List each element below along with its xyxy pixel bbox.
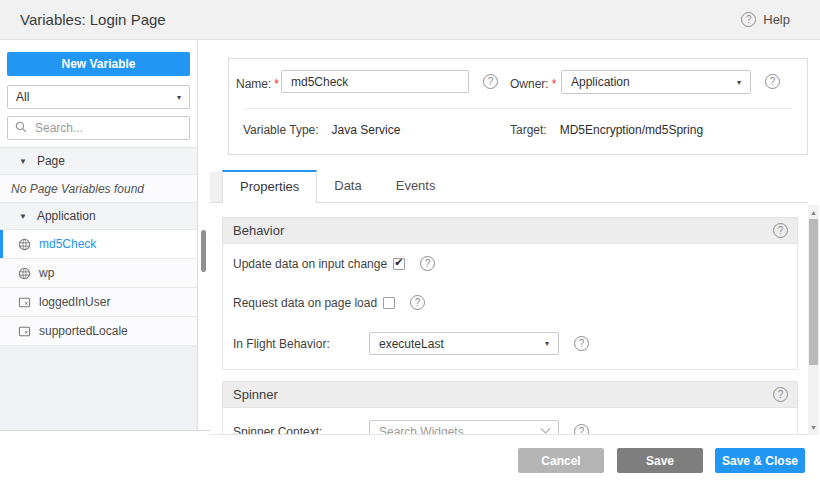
search-icon [15,119,27,137]
spinner-context-row: Spinner Context: Search Widgets [233,420,797,435]
in-flight-label: In Flight Behavior: [233,337,369,351]
content-scrollbar-thumb[interactable] [809,219,818,365]
update-data-row: Update data on input change [233,256,797,271]
dialog-header: Variables: Login Page Help [0,0,820,40]
tab-data[interactable]: Data [317,170,378,202]
caret-down-icon [545,339,549,348]
spinner-section-header: Spinner [222,381,798,408]
owner-help-icon[interactable] [765,74,780,89]
request-data-label: Request data on page load [233,296,377,310]
editor-tabbar: Properties Data Events [210,171,808,203]
tree-item-label: wp [39,266,54,280]
page-title: Variables: Login Page [20,0,166,39]
properties-tab-content: Behavior Update data on input change Req… [210,203,808,435]
tab-properties[interactable]: Properties [222,170,317,203]
spinner-section: Spinner Spinner Context: Search Widgets [222,381,798,435]
sidebar-scrollbar-thumb[interactable] [201,230,206,272]
target-field: Target: MD5Encryption/md5Spring [510,123,703,137]
required-marker: * [274,77,279,91]
spinner-section-title: Spinner [233,387,278,402]
chevron-down-icon [541,424,551,434]
update-data-help-icon[interactable] [420,256,435,271]
save-button[interactable]: Save [617,448,703,473]
variable-filter-select[interactable]: All [7,85,190,109]
spinner-context-placeholder: Search Widgets [379,425,464,436]
search-input[interactable] [33,120,182,136]
variable-editor-panel: Name:* Owner:* Application Variable Type… [210,40,820,488]
help-label: Help [763,12,790,27]
tree-group-page[interactable]: Page [0,148,197,175]
variable-filter-value: All [16,90,29,104]
behavior-section-body: Update data on input change Request data… [222,244,798,370]
caret-down-icon [177,93,181,102]
cancel-button[interactable]: Cancel [518,448,604,473]
variables-sidebar: New Variable All Page No Page Varia [0,40,198,430]
behavior-section-header: Behavior [222,217,798,244]
variable-type-field: Variable Type: Java Service [243,123,400,137]
new-variable-button[interactable]: New Variable [7,52,190,76]
required-marker: * [552,77,557,91]
variables-tree: Page No Page Variables found Application… [0,147,197,346]
caret-down-icon [737,78,741,87]
request-data-checkbox[interactable] [383,297,395,309]
save-and-close-button[interactable]: Save & Close [715,448,805,473]
in-flight-select-value: executeLast [379,337,444,351]
behavior-section-title: Behavior [233,223,284,238]
owner-label: Owner:* [510,77,556,91]
target-value: MD5Encryption/md5Spring [560,123,703,137]
spinner-context-combobox[interactable]: Search Widgets [369,420,559,435]
java-service-icon [18,267,31,280]
request-data-help-icon[interactable] [410,295,425,310]
sidebar-controls: New Variable All [0,40,197,147]
variable-type-value: Java Service [332,123,401,137]
sidebar-empty-area [0,346,197,430]
tree-item-label: loggedInUser [39,295,110,309]
tree-group-application[interactable]: Application [0,203,197,230]
card-divider [244,108,792,109]
behavior-help-icon[interactable] [773,223,788,238]
tree-item-md5check[interactable]: md5Check [0,230,197,259]
tab-events[interactable]: Events [379,170,453,202]
request-data-row: Request data on page load [233,295,797,310]
triangle-down-icon [19,212,27,221]
help-icon [741,12,756,27]
triangle-down-icon [19,157,27,166]
in-flight-select[interactable]: executeLast [369,332,559,355]
in-flight-help-icon[interactable] [574,336,589,351]
content-scrollbar[interactable] [808,205,819,435]
scroll-up-icon[interactable] [808,209,819,216]
search-box [7,116,190,140]
behavior-section: Behavior Update data on input change Req… [222,217,798,370]
tree-item-wp[interactable]: wp [0,259,197,288]
owner-select[interactable]: Application [561,70,751,94]
java-service-icon [18,238,31,251]
spinner-section-body: Spinner Context: Search Widgets [222,408,798,435]
tree-item-loggedinuser[interactable]: loggedInUser [0,288,197,317]
name-input[interactable] [281,70,469,93]
variable-summary-card: Name:* Owner:* Application Variable Type… [228,58,808,155]
update-data-checkbox[interactable] [393,258,405,270]
tree-group-page-label: Page [37,154,65,168]
owner-select-value: Application [571,75,630,89]
name-help-icon[interactable] [483,74,498,89]
static-variable-icon [18,325,31,338]
static-variable-icon [18,296,31,309]
tree-item-label: supportedLocale [39,324,128,338]
variables-dialog: Variables: Login Page Help New Variable … [0,0,820,488]
spinner-context-help-icon[interactable] [574,424,589,435]
page-variables-empty-message: No Page Variables found [0,175,197,203]
in-flight-row: In Flight Behavior: executeLast [233,332,797,355]
spinner-context-label: Spinner Context: [233,425,369,436]
scroll-down-icon[interactable] [808,424,819,431]
spinner-help-icon[interactable] [773,387,788,402]
name-label: Name:* [236,77,279,91]
left-pane: New Variable All Page No Page Varia [0,40,210,431]
help-button[interactable]: Help [741,0,790,39]
target-label: Target: [510,123,547,137]
variable-type-label: Variable Type: [243,123,319,137]
tree-item-label: md5Check [39,237,96,251]
update-data-label: Update data on input change [233,257,387,271]
tree-item-supportedlocale[interactable]: supportedLocale [0,317,197,346]
tree-group-application-label: Application [37,209,96,223]
